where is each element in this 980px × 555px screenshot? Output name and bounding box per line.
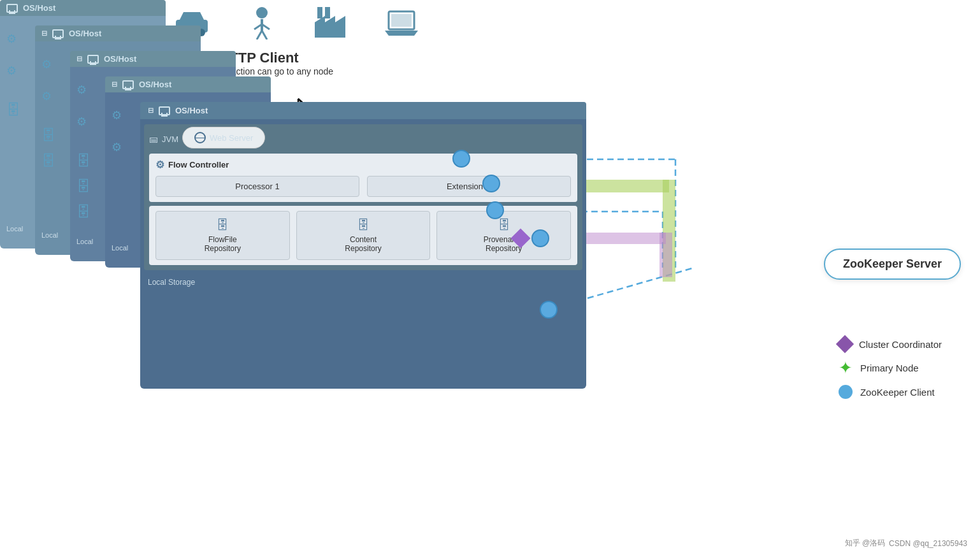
- gear-icon-2b: ⚙: [76, 115, 87, 128]
- gear-icon-0a: ⚙: [6, 32, 17, 45]
- local-storage-label: Local Storage: [140, 275, 586, 289]
- legend-circle-icon: [839, 385, 853, 399]
- jvm-box: 🖴 JVM Web Server ⚙ Flow Controller Proce…: [144, 124, 582, 270]
- legend-star-icon: ✦: [839, 361, 853, 375]
- gear-icon-fc: ⚙: [155, 159, 164, 171]
- node-header-2: ⊟ OS/Host: [70, 51, 236, 67]
- db-icon-0: 🗄: [6, 102, 20, 119]
- gear-icon-1a: ⚙: [41, 58, 52, 71]
- laptop-icon: [385, 10, 418, 36]
- watermark-logo: 知乎 @洛码: [845, 538, 886, 549]
- monitor-icon-4: [159, 106, 170, 115]
- svg-rect-16: [391, 14, 412, 27]
- watermark: 知乎 @洛码 CSDN @qq_21305943: [845, 538, 967, 549]
- legend: Cluster Coordinator ✦ Primary Node ZooKe…: [839, 338, 942, 409]
- local-label-0: Local: [6, 225, 23, 233]
- gear-icon-0b: ⚙: [6, 64, 17, 77]
- db-icon-ff: 🗄: [216, 218, 229, 233]
- svg-rect-14: [325, 7, 330, 18]
- db-icon-2b: 🗄: [76, 178, 90, 195]
- node-label-2: OS/Host: [104, 54, 136, 64]
- lock-icon-4: ⊟: [148, 106, 154, 115]
- legend-primary-label: Primary Node: [860, 363, 919, 373]
- lock-icon-3: ⊟: [112, 80, 117, 89]
- flowfile-repo: 🗄 FlowFileRepository: [155, 211, 290, 260]
- svg-rect-39: [659, 233, 672, 277]
- node-header-1: ⊟ OS/Host: [35, 25, 201, 41]
- node-header-3: ⊟ OS/Host: [105, 76, 271, 92]
- zookeeper-server-label: ZooKeeper Server: [843, 257, 942, 270]
- node-label-3: OS/Host: [139, 80, 171, 89]
- lock-icon-2: ⊟: [76, 55, 82, 63]
- web-server-label: Web Server: [210, 133, 253, 143]
- legend-zk-label: ZooKeeper Client: [860, 387, 935, 398]
- zk-circle-2: [486, 201, 504, 219]
- node4-header: ⊟ OS/Host: [140, 102, 586, 119]
- zookeeper-server-box: ZooKeeper Server: [824, 249, 961, 280]
- processor-buttons: Processor 1 Extension N: [155, 176, 571, 197]
- svg-point-6: [256, 7, 268, 18]
- flow-controller-header: ⚙ Flow Controller: [155, 159, 571, 171]
- person-male-icon: [249, 6, 275, 40]
- node-header-0: OS/Host: [0, 0, 166, 16]
- db-icon-2c: 🗄: [76, 204, 90, 220]
- svg-rect-13: [317, 7, 322, 18]
- main-container: HTTP Client API interaction can go to an…: [0, 0, 980, 555]
- jvm-disk-icon: 🖴: [149, 134, 158, 144]
- extensionN-button[interactable]: Extension N: [367, 176, 571, 197]
- zk-circle-4: [540, 301, 558, 319]
- monitor-icon-3: [122, 80, 134, 89]
- gear-icon-3b: ⚙: [112, 141, 122, 154]
- svg-rect-37: [663, 180, 675, 282]
- lock-icon-1: ⊟: [41, 29, 47, 38]
- svg-line-11: [262, 31, 267, 40]
- jvm-label: JVM: [162, 134, 178, 144]
- jvm-header: 🖴 JVM Web Server: [149, 129, 577, 148]
- zk-circle-1: [482, 175, 500, 192]
- node-label-4: OS/Host: [175, 106, 208, 115]
- monitor-icon-2: [87, 55, 99, 64]
- legend-cluster-label: Cluster Coordinator: [859, 339, 942, 350]
- db-icon-cr: 🗄: [357, 218, 370, 233]
- cluster-coordinator-diamond: [510, 228, 530, 248]
- gear-icon-1b: ⚙: [41, 90, 52, 103]
- legend-cluster-coordinator: Cluster Coordinator: [839, 338, 942, 350]
- factory-icon: [313, 7, 347, 39]
- local-label-1: Local: [41, 231, 58, 239]
- monitor-icon-0: [6, 4, 18, 13]
- monitor-icon-1: [52, 29, 64, 38]
- processor1-button[interactable]: Processor 1: [155, 176, 359, 197]
- db-icon-1a: 🗄: [41, 127, 55, 144]
- legend-primary-node: ✦ Primary Node: [839, 361, 942, 375]
- flow-controller-box: ⚙ Flow Controller Processor 1 Extension …: [149, 154, 577, 202]
- zk-circle-3: [531, 229, 549, 247]
- flowfile-repo-label: FlowFileRepository: [205, 235, 241, 253]
- gear-icon-2a: ⚙: [76, 83, 87, 96]
- web-server-button[interactable]: Web Server: [182, 127, 265, 148]
- content-repo-label: ContentRepository: [345, 235, 381, 253]
- svg-rect-12: [315, 22, 345, 38]
- watermark-text: CSDN @qq_21305943: [889, 539, 967, 548]
- legend-zk-client: ZooKeeper Client: [839, 385, 942, 399]
- globe-icon: [194, 132, 206, 143]
- zk-circle-0: [452, 150, 470, 168]
- node-label-0: OS/Host: [23, 3, 55, 13]
- gear-icon-3a: ⚙: [112, 109, 122, 122]
- db-icon-1b: 🗄: [41, 153, 55, 169]
- provenance-repo: 🗄 ProvenanceRepository: [436, 211, 571, 260]
- db-icon-pr: 🗄: [498, 218, 510, 233]
- legend-diamond-icon: [836, 335, 854, 353]
- local-label-3: Local: [112, 244, 128, 252]
- db-icon-2a: 🗄: [76, 153, 90, 169]
- svg-line-10: [257, 31, 262, 40]
- content-repo: 🗄 ContentRepository: [296, 211, 431, 260]
- local-label-2: Local: [76, 238, 93, 245]
- node-label-1: OS/Host: [69, 29, 101, 38]
- flow-controller-label: Flow Controller: [168, 160, 229, 169]
